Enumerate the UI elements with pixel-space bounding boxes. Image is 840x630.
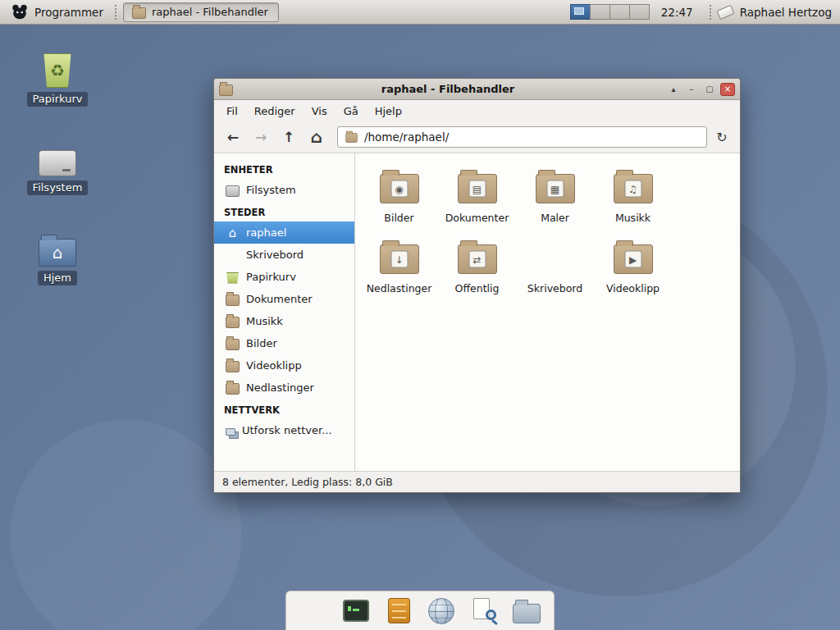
sidebar-item-filesystem[interactable]: Filsystem bbox=[214, 179, 354, 201]
sidebar-item-videos[interactable]: Videoklipp bbox=[214, 354, 354, 377]
template-emblem-icon: ▦ bbox=[546, 180, 564, 198]
share-emblem-icon: ⇄ bbox=[468, 251, 486, 268]
workspace-window-thumb bbox=[574, 7, 584, 15]
document-emblem-icon: ▤ bbox=[468, 180, 486, 198]
drive-icon bbox=[39, 150, 76, 176]
taskbar-button-filemanager[interactable]: raphael - Filbehandler bbox=[123, 2, 279, 22]
file-manager-launcher[interactable] bbox=[509, 595, 544, 628]
show-desktop-button[interactable] bbox=[296, 595, 331, 628]
menu-view[interactable]: Vis bbox=[304, 103, 335, 120]
statusbar-text: 8 elementer, Ledig plass: 8,0 GiB bbox=[222, 476, 393, 488]
folder-icon: ◉ bbox=[380, 174, 419, 203]
file-item-musikk[interactable]: ♫ Musikk bbox=[594, 163, 672, 224]
window-titlebar-icon bbox=[219, 84, 233, 96]
desktop-icon-filesystem[interactable]: Filsystem bbox=[21, 134, 94, 195]
search-icon bbox=[471, 597, 497, 625]
file-name: Nedlastinger bbox=[360, 282, 438, 294]
desktop-icon-trash[interactable]: ♻ Papirkurv bbox=[21, 45, 94, 107]
file-name: Dokumenter bbox=[438, 212, 516, 224]
menu-edit[interactable]: Rediger bbox=[247, 103, 303, 120]
file-item-skrivebord[interactable]: Skrivebord bbox=[516, 234, 594, 294]
up-button[interactable]: ↑ bbox=[276, 126, 301, 148]
home-button[interactable]: ⌂ bbox=[304, 126, 329, 148]
sidebar: ENHETER Filsystem STEDER ⌂ raphael Skriv… bbox=[214, 153, 355, 471]
home-folder-icon: ⌂ bbox=[39, 239, 76, 267]
file-item-dokumenter[interactable]: ▤ Dokumenter bbox=[438, 163, 516, 224]
sidebar-item-label: Videoklipp bbox=[246, 359, 302, 372]
applications-menu[interactable]: Programmer bbox=[5, 2, 108, 23]
maximize-button[interactable]: ▢ bbox=[702, 83, 717, 96]
house-glyph: ⌂ bbox=[52, 243, 63, 262]
file-view[interactable]: ◉ Bilder ▤ Dokumenter ▦ Maler ♫ Musikk ↓… bbox=[355, 153, 740, 471]
location-bar[interactable]: /home/raphael/ bbox=[337, 126, 707, 148]
applications-menu-label: Programmer bbox=[34, 6, 103, 19]
film-emblem-icon: ▶ bbox=[624, 251, 641, 268]
top-panel: Programmer raphael - Filbehandler 22:47 … bbox=[0, 0, 840, 25]
workspace-1[interactable] bbox=[570, 4, 591, 20]
window-title: raphael - Filbehandler bbox=[233, 83, 663, 95]
desktop-icon-home[interactable]: ⌂ Hjem bbox=[21, 224, 94, 285]
web-browser-launcher[interactable] bbox=[424, 595, 459, 628]
sidebar-item-home[interactable]: ⌂ raphael bbox=[214, 221, 354, 244]
file-item-maler[interactable]: ▦ Maler bbox=[516, 163, 594, 224]
file-cabinet-launcher[interactable] bbox=[381, 595, 416, 628]
location-folder-icon bbox=[345, 133, 357, 143]
file-name: Videoklipp bbox=[594, 282, 672, 294]
refresh-button[interactable]: ↻ bbox=[710, 126, 733, 148]
sidebar-item-label: Dokumenter bbox=[246, 293, 313, 305]
panel-separator bbox=[114, 4, 117, 21]
file-item-bilder[interactable]: ◉ Bilder bbox=[360, 163, 438, 224]
folder-icon: ▦ bbox=[536, 174, 575, 203]
file-name: Maler bbox=[516, 212, 594, 224]
sidebar-item-pictures[interactable]: Bilder bbox=[214, 332, 354, 354]
workspace-2[interactable] bbox=[590, 4, 610, 20]
folder-icon bbox=[226, 294, 240, 306]
sidebar-header-devices: ENHETER bbox=[214, 158, 354, 179]
sidebar-item-network[interactable]: Utforsk nettver... bbox=[214, 419, 354, 441]
terminal-launcher[interactable] bbox=[339, 595, 373, 628]
drive-icon bbox=[226, 185, 240, 197]
workspace-3[interactable] bbox=[609, 4, 630, 20]
panel-separator bbox=[709, 4, 712, 21]
home-icon: ⌂ bbox=[226, 227, 240, 239]
sidebar-item-label: Papirkurv bbox=[246, 271, 296, 283]
file-name: Bilder bbox=[360, 212, 438, 224]
sidebar-item-trash[interactable]: Papirkurv bbox=[214, 266, 354, 288]
window-content: ENHETER Filsystem STEDER ⌂ raphael Skriv… bbox=[214, 153, 740, 471]
titlebar[interactable]: raphael - Filbehandler ▴ – ▢ × bbox=[214, 79, 740, 100]
folder-icon bbox=[226, 361, 240, 372]
sidebar-item-documents[interactable]: Dokumenter bbox=[214, 288, 354, 310]
dock bbox=[285, 591, 555, 630]
sidebar-item-music[interactable]: Musikk bbox=[214, 310, 354, 332]
desktop-icon bbox=[226, 250, 240, 262]
menu-help[interactable]: Hjelp bbox=[368, 103, 409, 120]
sidebar-header-places: STEDER bbox=[214, 201, 354, 221]
show-desktop-icon bbox=[298, 603, 329, 619]
close-button[interactable]: × bbox=[720, 83, 735, 96]
terminal-icon bbox=[343, 600, 369, 622]
recycle-glyph: ♻ bbox=[50, 61, 65, 80]
shade-button[interactable]: ▴ bbox=[666, 83, 681, 96]
sidebar-item-label: Musikk bbox=[246, 315, 283, 327]
file-item-videoklipp[interactable]: ▶ Videoklipp bbox=[594, 234, 672, 294]
network-icon bbox=[226, 428, 235, 436]
menu-file[interactable]: Fil bbox=[219, 103, 245, 120]
statusbar: 8 elementer, Ledig plass: 8,0 GiB bbox=[214, 471, 740, 492]
sidebar-item-downloads[interactable]: Nedlastinger bbox=[214, 377, 354, 399]
sidebar-header-network: NETTVERK bbox=[214, 399, 354, 419]
folder-icon: ⇄ bbox=[458, 244, 497, 274]
sidebar-item-desktop[interactable]: Skrivebord bbox=[214, 244, 354, 266]
folder-icon: ▤ bbox=[458, 174, 497, 203]
menu-go[interactable]: Gå bbox=[336, 103, 366, 120]
workspace-4[interactable] bbox=[629, 4, 650, 20]
forward-button[interactable]: → bbox=[249, 126, 273, 148]
search-launcher[interactable] bbox=[467, 595, 501, 628]
file-item-offentlig[interactable]: ⇄ Offentlig bbox=[438, 234, 516, 294]
file-item-nedlastinger[interactable]: ↓ Nedlastinger bbox=[360, 234, 438, 294]
minimize-button[interactable]: – bbox=[684, 83, 699, 96]
clock[interactable]: 22:47 bbox=[661, 6, 693, 19]
back-button[interactable]: ← bbox=[221, 126, 245, 148]
user-menu[interactable]: Raphael Hertzog bbox=[740, 6, 832, 19]
sidebar-item-label: Filsystem bbox=[246, 184, 296, 196]
camera-emblem-icon: ◉ bbox=[390, 180, 408, 198]
